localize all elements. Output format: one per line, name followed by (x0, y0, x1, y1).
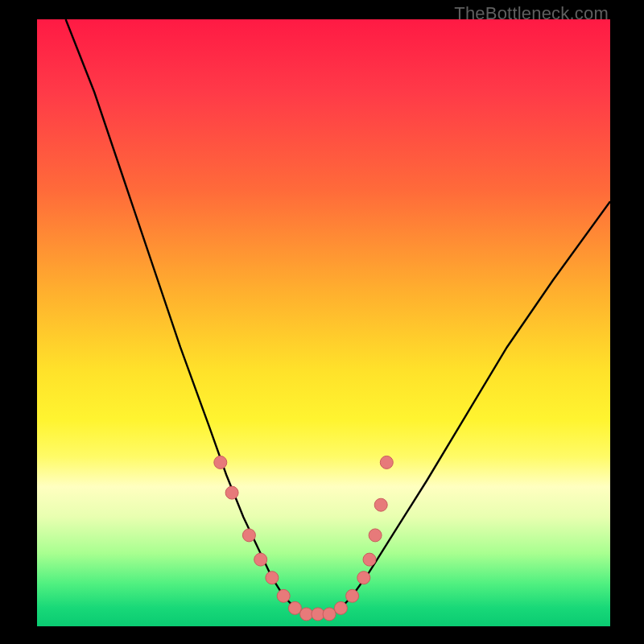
highlight-marker (334, 601, 347, 614)
highlight-marker (277, 589, 290, 602)
chart-frame: TheBottleneck.com (0, 0, 644, 644)
highlight-marker (380, 456, 393, 469)
highlight-marker (266, 572, 279, 584)
highlight-marker (288, 601, 301, 614)
highlight-marker (323, 608, 336, 621)
plot-area (37, 19, 610, 626)
highlight-marker (225, 486, 238, 499)
highlight-marker (357, 572, 370, 584)
highlight-marker (254, 553, 267, 566)
bottleneck-curve-svg (37, 19, 610, 626)
highlight-marker (300, 608, 313, 621)
highlight-markers-group (214, 456, 394, 621)
bottleneck-curve-path (66, 19, 610, 614)
highlight-marker (374, 498, 387, 511)
highlight-marker (214, 456, 227, 469)
highlight-marker (363, 553, 376, 566)
highlight-marker (346, 589, 359, 602)
highlight-marker (312, 608, 324, 621)
highlight-marker (369, 529, 382, 542)
highlight-marker (242, 529, 255, 542)
